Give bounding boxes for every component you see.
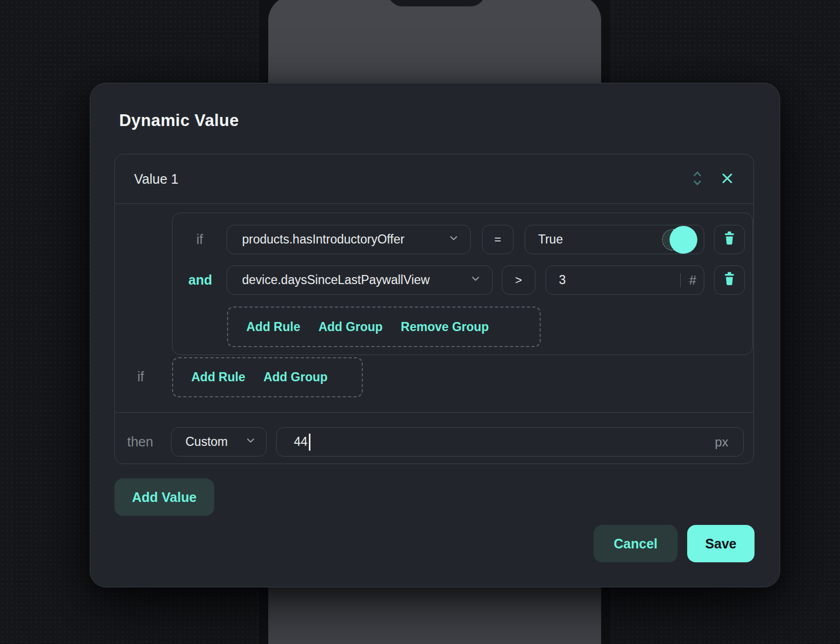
rule-value-field[interactable]: True [525,225,704,254]
then-type-select[interactable]: Custom [171,427,267,457]
chevron-down-icon [245,435,256,450]
outer-if-label: if [137,369,144,384]
remove-group-button[interactable]: Remove Group [401,320,489,334]
add-group-button[interactable]: Add Group [263,370,328,384]
rule-field-value: device.daysSinceLastPaywallView [242,273,430,287]
px-unit-label: px [715,435,728,450]
reorder-value-button[interactable] [690,169,704,189]
rule-field-dropdown[interactable]: products.hasIntroductoryOffer [227,225,471,254]
rules-area: if if products.hasIntroductoryOffer [115,204,753,412]
close-icon [720,171,734,187]
rule-row: if products.hasIntroductoryOffer = Tru [173,225,745,254]
rule-value-text: 3 [559,273,676,287]
delete-rule-button[interactable] [714,265,745,295]
rule-operator-button[interactable]: > [502,265,535,295]
boolean-toggle[interactable] [662,229,696,250]
value-card: Value 1 [114,154,754,464]
then-value-input[interactable]: 44 px [276,427,744,457]
save-button[interactable]: Save [687,525,755,562]
add-rule-button[interactable]: Add Rule [246,320,300,334]
chevron-down-icon [448,232,460,247]
cancel-button[interactable]: Cancel [594,525,678,562]
value-card-header: Value 1 [115,154,753,204]
rule-prefix-label: and [173,272,212,288]
trash-icon [722,231,736,249]
group-actions-box: Add Rule Add Group Remove Group [227,307,541,347]
rule-prefix-label: if [173,232,203,247]
add-rule-button[interactable]: Add Rule [191,370,245,384]
condition-group: if products.hasIntroductoryOffer = Tru [172,213,753,355]
rule-operator-button[interactable]: = [482,225,514,254]
toggle-knob [670,226,697,254]
add-value-button[interactable]: Add Value [114,478,214,516]
value-card-title: Value 1 [134,171,178,187]
delete-rule-button[interactable] [714,225,745,254]
trash-icon [722,271,736,289]
outer-actions-box: Add Rule Add Group [172,357,363,397]
dynamic-value-modal: Dynamic Value Value 1 [90,83,780,587]
canvas: Try for free! Text Dynamic Value Value 1 [0,0,840,644]
then-separator [115,412,753,413]
then-label: then [127,434,153,450]
text-caret [309,434,310,451]
unit-divider [680,273,681,287]
rule-field-value: products.hasIntroductoryOffer [242,232,405,247]
then-type-value: Custom [185,435,228,449]
modal-footer: Cancel Save [594,525,755,562]
rule-field-dropdown[interactable]: device.daysSinceLastPaywallView [227,265,493,295]
sort-chevrons-icon [690,169,704,189]
rule-value-field[interactable]: 3 # [546,265,704,295]
add-group-button[interactable]: Add Group [318,320,383,334]
rule-value-text: True [538,232,662,247]
chevron-down-icon [470,273,481,288]
modal-title: Dynamic Value [119,111,239,130]
rule-row: and device.daysSinceLastPaywallView > [173,265,745,295]
dynamic-island [388,0,485,6]
remove-value-button[interactable] [720,171,734,187]
then-value-text: 44 [294,435,308,449]
number-type-icon: # [689,273,696,288]
